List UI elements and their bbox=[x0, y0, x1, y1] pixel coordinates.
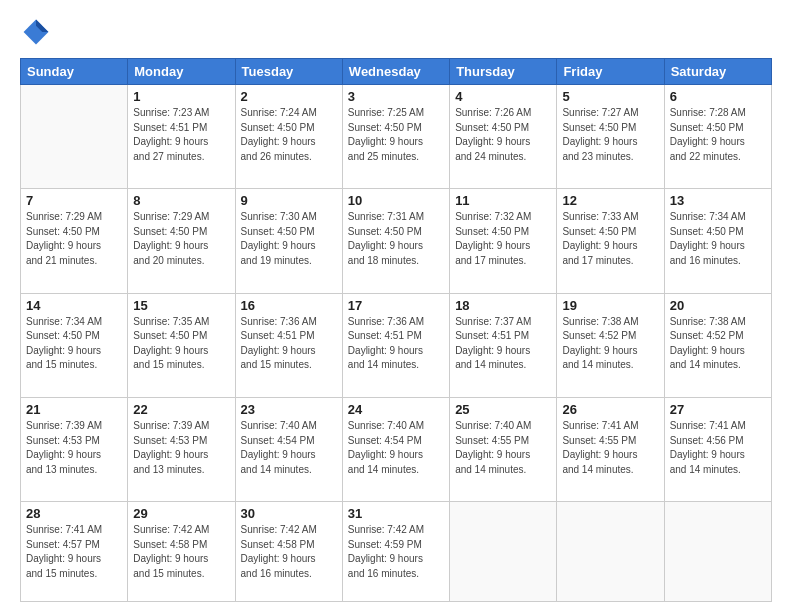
day-number: 26 bbox=[562, 402, 658, 417]
day-number: 17 bbox=[348, 298, 444, 313]
day-info: Sunrise: 7:36 AMSunset: 4:51 PMDaylight:… bbox=[348, 315, 444, 373]
calendar-cell bbox=[450, 502, 557, 602]
calendar-cell: 19Sunrise: 7:38 AMSunset: 4:52 PMDayligh… bbox=[557, 293, 664, 397]
day-info: Sunrise: 7:42 AMSunset: 4:58 PMDaylight:… bbox=[241, 523, 337, 581]
day-number: 13 bbox=[670, 193, 766, 208]
day-number: 3 bbox=[348, 89, 444, 104]
calendar-cell: 8Sunrise: 7:29 AMSunset: 4:50 PMDaylight… bbox=[128, 189, 235, 293]
day-info: Sunrise: 7:37 AMSunset: 4:51 PMDaylight:… bbox=[455, 315, 551, 373]
day-number: 20 bbox=[670, 298, 766, 313]
day-info: Sunrise: 7:34 AMSunset: 4:50 PMDaylight:… bbox=[26, 315, 122, 373]
header-wednesday: Wednesday bbox=[342, 59, 449, 85]
day-number: 19 bbox=[562, 298, 658, 313]
calendar-body: 1Sunrise: 7:23 AMSunset: 4:51 PMDaylight… bbox=[21, 85, 772, 602]
calendar-cell: 3Sunrise: 7:25 AMSunset: 4:50 PMDaylight… bbox=[342, 85, 449, 189]
calendar-cell: 10Sunrise: 7:31 AMSunset: 4:50 PMDayligh… bbox=[342, 189, 449, 293]
calendar-cell: 27Sunrise: 7:41 AMSunset: 4:56 PMDayligh… bbox=[664, 398, 771, 502]
header-thursday: Thursday bbox=[450, 59, 557, 85]
day-info: Sunrise: 7:42 AMSunset: 4:58 PMDaylight:… bbox=[133, 523, 229, 581]
day-info: Sunrise: 7:42 AMSunset: 4:59 PMDaylight:… bbox=[348, 523, 444, 581]
day-info: Sunrise: 7:38 AMSunset: 4:52 PMDaylight:… bbox=[670, 315, 766, 373]
day-number: 2 bbox=[241, 89, 337, 104]
day-info: Sunrise: 7:31 AMSunset: 4:50 PMDaylight:… bbox=[348, 210, 444, 268]
header bbox=[20, 16, 772, 48]
day-number: 21 bbox=[26, 402, 122, 417]
calendar-cell: 15Sunrise: 7:35 AMSunset: 4:50 PMDayligh… bbox=[128, 293, 235, 397]
day-number: 5 bbox=[562, 89, 658, 104]
calendar-cell: 16Sunrise: 7:36 AMSunset: 4:51 PMDayligh… bbox=[235, 293, 342, 397]
day-number: 27 bbox=[670, 402, 766, 417]
day-info: Sunrise: 7:29 AMSunset: 4:50 PMDaylight:… bbox=[133, 210, 229, 268]
day-info: Sunrise: 7:40 AMSunset: 4:54 PMDaylight:… bbox=[241, 419, 337, 477]
day-info: Sunrise: 7:25 AMSunset: 4:50 PMDaylight:… bbox=[348, 106, 444, 164]
week-row-4: 21Sunrise: 7:39 AMSunset: 4:53 PMDayligh… bbox=[21, 398, 772, 502]
calendar-cell: 20Sunrise: 7:38 AMSunset: 4:52 PMDayligh… bbox=[664, 293, 771, 397]
day-number: 18 bbox=[455, 298, 551, 313]
day-number: 25 bbox=[455, 402, 551, 417]
calendar-cell: 6Sunrise: 7:28 AMSunset: 4:50 PMDaylight… bbox=[664, 85, 771, 189]
day-number: 12 bbox=[562, 193, 658, 208]
calendar-cell: 30Sunrise: 7:42 AMSunset: 4:58 PMDayligh… bbox=[235, 502, 342, 602]
day-number: 8 bbox=[133, 193, 229, 208]
day-number: 15 bbox=[133, 298, 229, 313]
calendar-cell: 28Sunrise: 7:41 AMSunset: 4:57 PMDayligh… bbox=[21, 502, 128, 602]
calendar-cell bbox=[664, 502, 771, 602]
calendar-cell: 4Sunrise: 7:26 AMSunset: 4:50 PMDaylight… bbox=[450, 85, 557, 189]
calendar-cell: 21Sunrise: 7:39 AMSunset: 4:53 PMDayligh… bbox=[21, 398, 128, 502]
day-info: Sunrise: 7:40 AMSunset: 4:54 PMDaylight:… bbox=[348, 419, 444, 477]
calendar-cell: 18Sunrise: 7:37 AMSunset: 4:51 PMDayligh… bbox=[450, 293, 557, 397]
day-info: Sunrise: 7:39 AMSunset: 4:53 PMDaylight:… bbox=[133, 419, 229, 477]
day-number: 7 bbox=[26, 193, 122, 208]
calendar-cell: 9Sunrise: 7:30 AMSunset: 4:50 PMDaylight… bbox=[235, 189, 342, 293]
calendar-cell: 31Sunrise: 7:42 AMSunset: 4:59 PMDayligh… bbox=[342, 502, 449, 602]
calendar-cell: 14Sunrise: 7:34 AMSunset: 4:50 PMDayligh… bbox=[21, 293, 128, 397]
day-info: Sunrise: 7:32 AMSunset: 4:50 PMDaylight:… bbox=[455, 210, 551, 268]
day-info: Sunrise: 7:40 AMSunset: 4:55 PMDaylight:… bbox=[455, 419, 551, 477]
logo bbox=[20, 16, 56, 48]
day-info: Sunrise: 7:24 AMSunset: 4:50 PMDaylight:… bbox=[241, 106, 337, 164]
calendar-cell: 29Sunrise: 7:42 AMSunset: 4:58 PMDayligh… bbox=[128, 502, 235, 602]
day-number: 30 bbox=[241, 506, 337, 521]
calendar-cell: 26Sunrise: 7:41 AMSunset: 4:55 PMDayligh… bbox=[557, 398, 664, 502]
day-number: 14 bbox=[26, 298, 122, 313]
calendar-cell: 13Sunrise: 7:34 AMSunset: 4:50 PMDayligh… bbox=[664, 189, 771, 293]
calendar-cell: 11Sunrise: 7:32 AMSunset: 4:50 PMDayligh… bbox=[450, 189, 557, 293]
header-sunday: Sunday bbox=[21, 59, 128, 85]
week-row-5: 28Sunrise: 7:41 AMSunset: 4:57 PMDayligh… bbox=[21, 502, 772, 602]
day-info: Sunrise: 7:41 AMSunset: 4:55 PMDaylight:… bbox=[562, 419, 658, 477]
day-number: 4 bbox=[455, 89, 551, 104]
calendar-cell: 22Sunrise: 7:39 AMSunset: 4:53 PMDayligh… bbox=[128, 398, 235, 502]
day-number: 31 bbox=[348, 506, 444, 521]
calendar-cell bbox=[557, 502, 664, 602]
header-row: SundayMondayTuesdayWednesdayThursdayFrid… bbox=[21, 59, 772, 85]
day-number: 11 bbox=[455, 193, 551, 208]
calendar-cell: 17Sunrise: 7:36 AMSunset: 4:51 PMDayligh… bbox=[342, 293, 449, 397]
header-tuesday: Tuesday bbox=[235, 59, 342, 85]
day-info: Sunrise: 7:34 AMSunset: 4:50 PMDaylight:… bbox=[670, 210, 766, 268]
day-info: Sunrise: 7:38 AMSunset: 4:52 PMDaylight:… bbox=[562, 315, 658, 373]
day-number: 1 bbox=[133, 89, 229, 104]
week-row-2: 7Sunrise: 7:29 AMSunset: 4:50 PMDaylight… bbox=[21, 189, 772, 293]
calendar-cell: 7Sunrise: 7:29 AMSunset: 4:50 PMDaylight… bbox=[21, 189, 128, 293]
day-number: 24 bbox=[348, 402, 444, 417]
day-info: Sunrise: 7:30 AMSunset: 4:50 PMDaylight:… bbox=[241, 210, 337, 268]
day-number: 28 bbox=[26, 506, 122, 521]
week-row-1: 1Sunrise: 7:23 AMSunset: 4:51 PMDaylight… bbox=[21, 85, 772, 189]
page: SundayMondayTuesdayWednesdayThursdayFrid… bbox=[0, 0, 792, 612]
day-info: Sunrise: 7:35 AMSunset: 4:50 PMDaylight:… bbox=[133, 315, 229, 373]
day-info: Sunrise: 7:36 AMSunset: 4:51 PMDaylight:… bbox=[241, 315, 337, 373]
day-info: Sunrise: 7:28 AMSunset: 4:50 PMDaylight:… bbox=[670, 106, 766, 164]
day-number: 22 bbox=[133, 402, 229, 417]
calendar-cell: 1Sunrise: 7:23 AMSunset: 4:51 PMDaylight… bbox=[128, 85, 235, 189]
logo-icon bbox=[20, 16, 52, 48]
header-friday: Friday bbox=[557, 59, 664, 85]
day-number: 16 bbox=[241, 298, 337, 313]
week-row-3: 14Sunrise: 7:34 AMSunset: 4:50 PMDayligh… bbox=[21, 293, 772, 397]
calendar-cell: 23Sunrise: 7:40 AMSunset: 4:54 PMDayligh… bbox=[235, 398, 342, 502]
calendar: SundayMondayTuesdayWednesdayThursdayFrid… bbox=[20, 58, 772, 602]
calendar-cell: 12Sunrise: 7:33 AMSunset: 4:50 PMDayligh… bbox=[557, 189, 664, 293]
day-number: 9 bbox=[241, 193, 337, 208]
day-number: 29 bbox=[133, 506, 229, 521]
calendar-cell: 24Sunrise: 7:40 AMSunset: 4:54 PMDayligh… bbox=[342, 398, 449, 502]
calendar-cell: 2Sunrise: 7:24 AMSunset: 4:50 PMDaylight… bbox=[235, 85, 342, 189]
